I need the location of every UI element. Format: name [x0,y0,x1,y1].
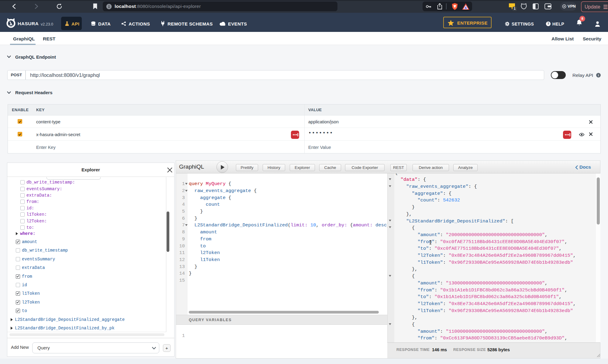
svg-text:?: ? [547,22,549,26]
